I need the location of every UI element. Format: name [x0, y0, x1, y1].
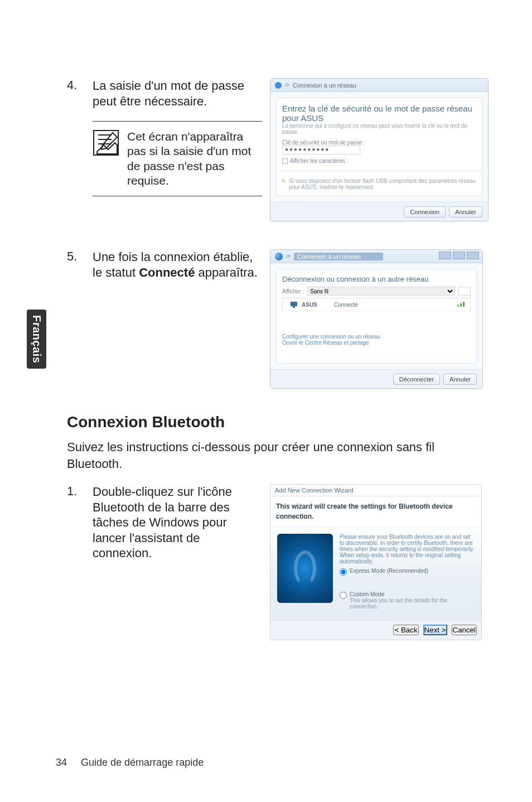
step-5-number: 5. — [67, 249, 83, 264]
step-1-text: Double-cliquez sur l'icône Bluetooth de … — [93, 484, 262, 561]
password-dialog-heading: Entrez la clé de sécurité ou le mot de p… — [282, 104, 476, 123]
step-4: 4. La saisie d'un mot de passe peut être… — [67, 78, 262, 196]
page-number: 34 — [56, 757, 67, 768]
refresh-button[interactable] — [458, 287, 471, 296]
step-1: 1. Double-cliquez sur l'icône Bluetooth … — [67, 484, 262, 561]
connect-button[interactable]: Connexion — [404, 206, 446, 218]
radio-express-label: Express Mode (Recommended) — [350, 568, 428, 574]
bt-back-button[interactable]: < Back — [393, 625, 418, 635]
shield-icon — [275, 82, 282, 89]
note-box: Cet écran n'apparaîtra pas si la saisie … — [93, 121, 262, 188]
password-field-label: Clé de sécurité ou mot de passe : — [282, 139, 476, 146]
step-5: 5. Une fois la connexion établie, le sta… — [67, 249, 262, 280]
password-dialog-title: Connexion à un réseau — [293, 82, 356, 89]
svg-rect-2 — [293, 306, 295, 308]
radio-custom[interactable]: Custom Mode This allows you to set the d… — [340, 591, 475, 610]
connected-dialog-heading: Déconnexion ou connexion à un autre rése… — [282, 275, 471, 283]
bt-wizard-desc: Please ensure your Bluetooth devices are… — [340, 534, 475, 564]
svg-rect-1 — [291, 302, 297, 306]
note-icon — [93, 129, 119, 156]
book-title: Guide de démarrage rapide — [81, 757, 204, 768]
network-row[interactable]: ASUS Connecté — [282, 298, 471, 311]
disconnect-button[interactable]: Déconnecter — [393, 374, 440, 385]
bluetooth-illustration — [277, 534, 333, 603]
step-4-number: 4. — [67, 78, 83, 93]
step-5-text: Une fois la connexion établie, le statut… — [93, 249, 262, 280]
radio-custom-label: Custom Mode — [350, 591, 475, 597]
page-footer: 34 Guide de démarrage rapide — [56, 757, 204, 769]
step-4-text: La saisie d'un mot de passe peut être né… — [93, 78, 262, 109]
bt-wizard-banner: This wizard will create the settings for… — [276, 503, 453, 520]
radio-express-input[interactable] — [340, 568, 347, 576]
password-dialog-titlebar: ⟳ Connexion à un réseau — [270, 79, 488, 92]
show-chars-label: Afficher les caractères — [290, 158, 345, 164]
note-text: Cet écran n'apparaîtra pas si la saisie … — [127, 129, 262, 188]
network-icon — [286, 301, 302, 308]
cancel-button[interactable]: Annuler — [449, 206, 482, 218]
show-chars-checkbox[interactable]: Afficher les caractères — [282, 158, 476, 164]
network-orb-icon — [275, 253, 283, 260]
usb-hint: ⎘ Si vous disposez d'un lecteur flash US… — [282, 178, 476, 190]
window-controls[interactable] — [439, 252, 479, 259]
bt-cancel-button[interactable]: Cancel — [452, 625, 477, 635]
network-status: Connecté — [334, 302, 358, 308]
filter-select[interactable]: Sans fil — [307, 287, 455, 296]
network-name: ASUS — [302, 302, 317, 308]
bt-next-button[interactable]: Next > — [423, 625, 447, 635]
section-paragraph: Suivez les instructions ci-dessous pour … — [67, 439, 476, 472]
link-configure-network[interactable]: Configurer une connexion ou un réseau — [282, 334, 471, 340]
password-dialog-subtext: La personne qui a configuré ce réseau pe… — [282, 123, 476, 135]
bt-wizard-title: Add New Connection Wizard — [270, 485, 481, 496]
cancel-button-2[interactable]: Annuler — [443, 374, 477, 385]
connected-dialog: ⟳ Connexion à un réseau Déconnexion ou c… — [270, 249, 483, 389]
bluetooth-wizard: Add New Connection Wizard This wizard wi… — [270, 484, 482, 640]
password-dialog: ⟳ Connexion à un réseau Entrez la clé de… — [270, 78, 489, 221]
radio-express[interactable]: Express Mode (Recommended) — [340, 568, 475, 576]
usb-icon: ⎘ — [282, 178, 286, 184]
step-1-number: 1. — [67, 484, 83, 499]
password-input[interactable]: ●●●●●●●●●● — [282, 146, 360, 154]
radio-custom-input[interactable] — [340, 592, 347, 599]
connected-dialog-titlebar: ⟳ Connexion à un réseau — [270, 250, 482, 263]
radio-custom-desc: This allows you to set the details for t… — [350, 597, 475, 610]
connected-dialog-title: Connexion à un réseau — [294, 253, 383, 260]
filter-label: Afficher : — [282, 288, 304, 294]
signal-icon — [457, 301, 467, 308]
link-network-center[interactable]: Ouvrir le Centre Réseau et partage — [282, 340, 471, 346]
section-heading-bluetooth: Connexion Bluetooth — [67, 413, 476, 431]
language-tab: Français — [27, 310, 46, 369]
